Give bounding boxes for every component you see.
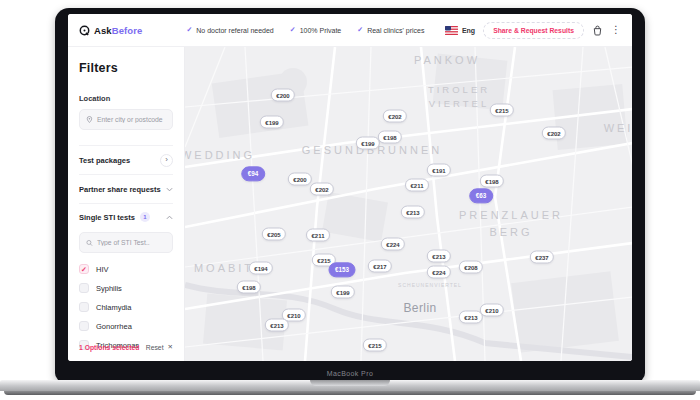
price-marker[interactable]: €94 [241,166,265,181]
close-icon: ✕ [168,343,173,351]
sti-search-input[interactable] [97,239,166,246]
sti-option-hiv[interactable]: ✓HIV [79,264,173,274]
chevron-right-icon[interactable]: › [160,154,173,167]
sti-option-label: Syphilis [96,284,122,293]
sti-option-label: Gonorrhea [96,322,132,331]
options-selected-text: 1 Options selected [79,344,139,351]
price-marker[interactable]: €213 [265,319,289,332]
filters-title: Filters [79,61,173,75]
chevron-up-icon [166,215,173,220]
header-actions: Eng Share & Request Results ⋮ [445,22,621,39]
brand-second: Before [112,25,143,36]
brand-name: AskBefore [94,25,142,36]
brand-first: Ask [94,25,112,36]
benefit-item: ✓100% Private [290,26,342,34]
price-marker[interactable]: €211 [405,179,429,192]
check-icon: ✓ [357,26,363,34]
single-sti-tests-row[interactable]: Single STI tests 1 [79,204,173,230]
price-marker[interactable]: €215 [490,104,514,117]
price-marker[interactable]: €202 [542,127,566,140]
partner-requests-label: Partner share requests [79,185,161,194]
price-marker[interactable]: €213 [401,206,425,219]
price-marker[interactable]: €202 [310,183,334,196]
partner-share-requests-row[interactable]: Partner share requests [79,175,173,203]
benefit-item: ✓Real clinics' prices [357,26,424,34]
brand-logo-icon [79,25,90,36]
language-switcher[interactable]: Eng [445,26,475,35]
map-canvas[interactable]: PANKOWTIROLER VIERTELWEISSENSEEWEDDINGGE… [185,47,632,361]
price-marker[interactable]: €215 [363,339,387,352]
benefit-item: ✓No doctor referal needed [186,26,273,34]
sti-option-chlamydia[interactable]: Chlamydia [79,302,173,312]
sti-search-wrap [79,232,173,253]
cart-button[interactable] [592,25,603,36]
laptop-screen: AskBefore ✓No doctor referal needed✓100%… [55,8,645,382]
share-request-results-button[interactable]: Share & Request Results [483,22,584,39]
checkbox[interactable] [79,321,89,331]
price-marker[interactable]: €194 [249,262,273,275]
location-input-wrap [79,109,173,130]
checkbox[interactable] [79,302,89,312]
map-roads [185,47,632,361]
cart-bag-icon [592,25,603,36]
check-icon: ✓ [290,26,296,34]
location-pin-icon [86,115,93,124]
price-marker[interactable]: €211 [306,229,330,242]
laptop-base-notch [310,380,390,386]
price-marker[interactable]: €217 [368,260,392,273]
sidebar-footer: 1 Options selected Reset ✕ [79,343,173,351]
price-marker[interactable]: €224 [381,238,405,251]
device-label: MacBook Pro [55,370,645,377]
reset-label: Reset [146,344,164,351]
price-marker[interactable]: €63 [469,188,493,203]
test-packages-label: Test packages [79,156,130,165]
language-label: Eng [462,27,475,34]
price-marker[interactable]: €199 [260,116,284,129]
search-icon [86,239,93,247]
price-marker[interactable]: €153 [328,262,355,277]
price-marker[interactable]: €200 [288,173,312,186]
test-packages-row[interactable]: Test packages › [79,146,173,174]
more-menu-button[interactable]: ⋮ [611,25,621,35]
price-marker[interactable]: €210 [480,304,504,317]
price-marker[interactable]: €205 [262,228,286,241]
price-marker[interactable]: €208 [459,261,483,274]
price-marker[interactable]: €213 [459,311,483,324]
single-sti-label: Single STI tests [79,213,135,222]
price-marker[interactable]: €198 [480,175,504,188]
reset-button[interactable]: Reset ✕ [146,343,173,351]
price-marker[interactable]: €237 [530,251,554,264]
sti-option-syphilis[interactable]: Syphilis [79,283,173,293]
location-label: Location [79,94,173,103]
price-marker[interactable]: €199 [331,286,355,299]
price-marker[interactable]: €198 [378,131,402,144]
benefit-label: 100% Private [300,27,342,34]
price-marker[interactable]: €198 [237,281,261,294]
us-flag-icon [445,26,458,35]
selected-count-badge: 1 [140,212,150,222]
price-marker[interactable]: €191 [427,164,451,177]
price-marker[interactable]: €202 [383,110,407,123]
sti-option-gonorrhea[interactable]: Gonorrhea [79,321,173,331]
price-marker[interactable]: €200 [271,89,295,102]
price-marker[interactable]: €199 [356,137,380,150]
app-window: AskBefore ✓No doctor referal needed✓100%… [68,14,632,361]
benefit-list: ✓No doctor referal needed✓100% Private✓R… [186,26,424,34]
check-icon: ✓ [186,26,192,34]
laptop-base-edge [4,391,696,395]
location-input[interactable] [97,116,166,123]
checkbox-checked[interactable]: ✓ [79,264,89,274]
filters-sidebar: Filters Location Test packages › Partner… [68,47,185,361]
price-marker[interactable]: €213 [427,250,451,263]
brand[interactable]: AskBefore [79,25,142,36]
price-marker[interactable]: €224 [427,266,451,279]
benefit-label: No doctor referal needed [196,27,273,34]
sti-option-label: HIV [96,265,109,274]
sti-option-label: Chlamydia [96,303,131,312]
checkbox[interactable] [79,283,89,293]
sti-option-list: ✓HIVSyphilisChlamydiaGonorrheaTrichomona… [79,264,173,350]
chevron-down-icon [166,187,173,192]
app-header: AskBefore ✓No doctor referal needed✓100%… [68,14,632,47]
benefit-label: Real clinics' prices [367,27,424,34]
